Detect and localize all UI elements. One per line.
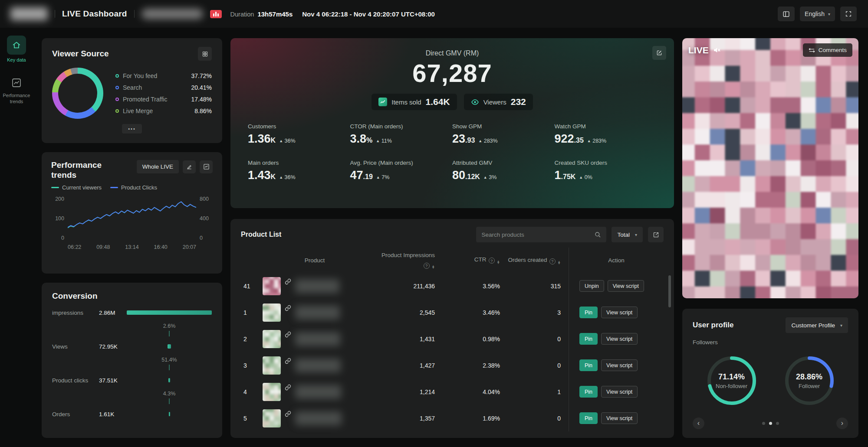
product-name-blurred — [295, 411, 342, 425]
product-thumbnail — [263, 383, 281, 401]
sort-icon[interactable]: ▲▼ — [497, 261, 500, 264]
search-input[interactable] — [481, 232, 591, 238]
comments-toggle-button[interactable]: Comments — [803, 43, 852, 57]
app-root: LIVE Dashboard Duration 13h57m45s Nov 4 … — [0, 0, 868, 447]
comments-label: Comments — [819, 47, 847, 53]
pin-button[interactable]: Pin — [579, 412, 598, 424]
link-icon[interactable] — [285, 384, 291, 391]
funnel-connector: 2.6% — [52, 318, 212, 341]
user-profile-title: User profile — [693, 321, 733, 330]
funnel-bar — [168, 344, 171, 349]
product-ctr: 3.56% — [443, 283, 508, 290]
link-icon[interactable] — [285, 278, 291, 285]
sort-icon[interactable]: ▲▼ — [558, 261, 561, 265]
gmv-value: 67,287 — [248, 59, 657, 88]
open-external-button[interactable] — [648, 227, 664, 242]
duration-label: Duration — [230, 11, 254, 18]
legend-swatch — [115, 86, 119, 89]
profile-filter-select[interactable]: Customer Profile ▾ — [786, 317, 848, 333]
arrow-up-icon: ▲ — [279, 139, 283, 143]
row-actions: PinView script — [569, 352, 664, 378]
chevron-down-icon: ▾ — [840, 323, 842, 328]
arrow-up-icon: ▲ — [483, 175, 487, 179]
sidebar-item-performance-trends[interactable]: Performance trends — [1, 75, 32, 105]
table-row: 21,4310.98%0PinView script — [241, 326, 664, 352]
pin-button[interactable]: Pin — [579, 359, 598, 371]
live-video-card: LIVE Comments — [682, 38, 858, 298]
product-rank: 3 — [241, 362, 263, 369]
edit-card-button[interactable] — [652, 46, 666, 60]
pin-button[interactable]: Unpin — [579, 280, 604, 292]
swap-arrows-icon — [809, 48, 815, 53]
product-table: ProductProduct Impressions?▲▼CTR?▲▼Order… — [230, 248, 674, 438]
arrow-up-icon: ▲ — [376, 175, 380, 179]
view-script-button[interactable]: View script — [608, 280, 644, 292]
funnel-bar — [168, 378, 171, 382]
pager-dot[interactable] — [769, 422, 772, 425]
row-actions: PinView script — [569, 405, 664, 431]
product-impressions: 1,214 — [367, 388, 443, 395]
product-search[interactable] — [476, 227, 606, 242]
pin-button[interactable]: Pin — [579, 333, 598, 345]
divider — [55, 10, 55, 18]
info-icon[interactable]: ? — [489, 258, 495, 264]
link-icon[interactable] — [285, 358, 291, 364]
badge-value: 232 — [511, 97, 526, 107]
link-icon[interactable] — [285, 411, 291, 417]
funnel-stage-value: 2.86M — [99, 310, 127, 316]
arrow-up-icon: ▲ — [478, 139, 482, 143]
product-thumbnail — [263, 303, 281, 322]
view-script-button[interactable]: View script — [601, 412, 638, 424]
pager-prev-button[interactable]: ‹ — [693, 418, 704, 429]
product-list-card: Product List Total ▾ — [230, 219, 674, 438]
view-script-button[interactable]: View script — [601, 307, 638, 318]
funnel-bar — [169, 412, 170, 416]
product-impressions: 1,431 — [367, 336, 443, 343]
legend-label: Promoted Traffic — [123, 96, 187, 103]
edit-icon[interactable] — [183, 160, 196, 173]
legend-item: For You feed37.72% — [115, 72, 212, 79]
funnel-connector: 4.3% — [52, 386, 212, 408]
view-script-button[interactable]: View script — [601, 359, 638, 371]
fullscreen-icon — [845, 10, 852, 17]
view-script-button[interactable]: View script — [601, 386, 638, 398]
more-button[interactable]: ••• — [122, 124, 142, 134]
link-icon[interactable] — [285, 331, 291, 338]
info-icon[interactable]: ? — [424, 263, 430, 269]
layout-toggle-button[interactable] — [778, 7, 795, 21]
sort-icon[interactable]: ▲▼ — [432, 265, 435, 269]
scrollbar-thumb[interactable] — [668, 275, 671, 307]
product-ctr: 0.98% — [443, 336, 508, 343]
performance-trends-title: Performance trends — [51, 160, 121, 180]
grid-view-button[interactable] — [198, 47, 212, 61]
gmv-metric: Avg. Price (Main orders)47.19▲ 7% — [350, 160, 453, 182]
sidebar-item-key-data[interactable]: Key data — [1, 36, 32, 63]
gmv-metrics: Customers1.36K▲ 36%CTOR (Main orders)3.8… — [248, 123, 657, 182]
filter-select[interactable]: Total ▾ — [612, 227, 643, 242]
legend-value: 8.86% — [194, 108, 212, 114]
pin-button[interactable]: Pin — [579, 307, 598, 318]
pager-dot[interactable] — [776, 422, 779, 425]
fullscreen-button[interactable] — [840, 7, 857, 21]
info-icon[interactable]: ? — [549, 258, 556, 264]
profile-gauges: 71.14%Non-follower28.86%Follower — [693, 346, 848, 416]
pager-dot[interactable] — [762, 422, 765, 425]
link-icon[interactable] — [285, 305, 291, 311]
pager-dots — [762, 422, 779, 425]
product-thumbnail — [263, 330, 281, 348]
product-rank: 1 — [241, 309, 263, 316]
arrow-up-icon: ▲ — [579, 175, 583, 179]
gauge-value: 71.14% — [718, 372, 745, 382]
view-script-button[interactable]: View script — [601, 333, 638, 345]
legend-item: Search20.41% — [115, 84, 212, 91]
metric-delta: ▲ 7% — [376, 174, 389, 180]
muted-speaker-icon[interactable] — [713, 46, 721, 54]
pager-next-button[interactable]: › — [836, 418, 848, 429]
product-rank: 2 — [241, 336, 263, 343]
whole-live-button[interactable]: Whole LIVE — [137, 160, 179, 173]
chart-icon[interactable] — [200, 160, 213, 173]
language-select[interactable]: English ▾ — [800, 7, 835, 21]
pin-button[interactable]: Pin — [579, 386, 598, 398]
gmv-metric: Created SKU orders1.75K▲ 0% — [555, 160, 657, 182]
metric-value: 1.36 — [248, 132, 271, 146]
